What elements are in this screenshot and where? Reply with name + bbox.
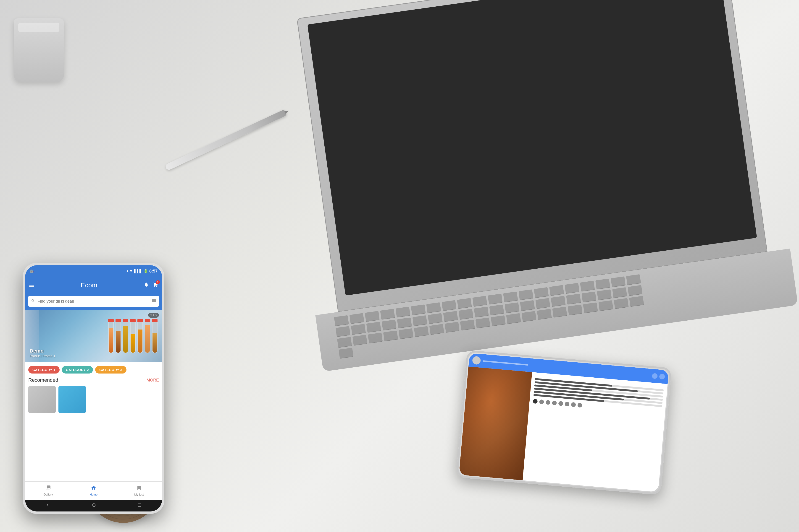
tube-liquid — [138, 329, 143, 353]
tube-liquid — [131, 334, 135, 353]
nav-mylist[interactable]: My List — [134, 485, 144, 496]
key — [397, 318, 412, 328]
key — [399, 328, 414, 339]
phone-screen: 🤖 ▲▼ ▌▌▌ 🔋 8:57 Ecom — [25, 265, 162, 512]
key — [520, 300, 535, 311]
key — [368, 333, 383, 344]
key — [337, 337, 352, 348]
test-tubes-visual — [108, 312, 158, 353]
key — [565, 283, 579, 294]
key — [491, 316, 506, 326]
dot-7 — [571, 402, 576, 407]
phone-main: 🤖 ▲▼ ▌▌▌ 🔋 8:57 Ecom — [23, 263, 164, 514]
tube-cap — [145, 319, 150, 322]
key — [551, 296, 566, 307]
search-bar-container — [25, 293, 162, 310]
key — [459, 309, 473, 320]
key — [426, 302, 441, 313]
tube-liquid — [116, 331, 121, 353]
key — [522, 311, 537, 322]
key — [611, 277, 625, 287]
secondary-header-bar — [483, 360, 528, 365]
camera-icon[interactable] — [151, 299, 156, 304]
key — [519, 289, 533, 300]
key — [445, 322, 459, 333]
secondary-avatar — [472, 356, 481, 365]
key — [460, 320, 475, 331]
category-pill-2[interactable]: CATEGORY 2 — [62, 366, 93, 374]
tube-6 — [145, 321, 150, 353]
banner-slider[interactable]: 2 / 3 Demo Product Promo 1 — [25, 310, 162, 362]
wifi-icon: ▲▼ — [126, 269, 133, 273]
more-link[interactable]: MORE — [147, 378, 159, 383]
banner-counter: 2 / 3 — [148, 312, 159, 318]
home-nav-button[interactable] — [92, 503, 96, 508]
status-left: 🤖 — [30, 269, 34, 273]
search-input-wrapper[interactable] — [28, 296, 159, 307]
back-button[interactable] — [46, 503, 50, 508]
secondary-image — [459, 367, 532, 480]
key — [598, 300, 613, 311]
hamburger-line — [29, 284, 34, 284]
tube-cap — [152, 319, 158, 322]
dot-3 — [546, 400, 551, 405]
key — [597, 289, 612, 300]
tube-cap — [130, 319, 135, 322]
svg-point-0 — [92, 504, 95, 507]
tube-cap — [115, 319, 121, 322]
banner-image: 2 / 3 Demo Product Promo 1 — [25, 310, 162, 362]
key — [549, 285, 564, 296]
signal-icon: ▌▌▌ — [134, 269, 142, 273]
header-icons: 1 — [144, 282, 158, 288]
gallery-icon — [46, 485, 51, 492]
key — [442, 300, 457, 311]
category-pill-3[interactable]: CATEGORY 3 — [95, 366, 126, 374]
key — [534, 287, 549, 298]
key — [443, 311, 458, 322]
nav-gallery[interactable]: Gallery — [43, 485, 53, 496]
banner-text: Demo Product Promo 1 — [30, 348, 55, 358]
key — [595, 279, 610, 290]
key — [457, 298, 472, 309]
key — [614, 298, 629, 309]
category-pill-1[interactable]: CATEGORY 1 — [28, 366, 59, 374]
key — [380, 309, 395, 320]
icon — [652, 373, 658, 379]
gallery-label: Gallery — [43, 493, 53, 496]
phone-secondary — [456, 350, 672, 495]
tube-1 — [108, 321, 114, 353]
nav-home[interactable]: Home — [90, 485, 98, 496]
product-card-1[interactable] — [28, 386, 56, 413]
category-section: CATEGORY 1 CATEGORY 2 CATEGORY 3 — [25, 362, 162, 377]
dot-8 — [577, 403, 582, 408]
key — [535, 298, 550, 309]
key — [383, 330, 398, 341]
desk-cup — [14, 18, 64, 82]
cart-badge: 1 — [156, 280, 160, 284]
cart-button[interactable]: 1 — [153, 282, 158, 288]
key — [411, 304, 426, 316]
product-card-2[interactable] — [58, 386, 86, 413]
recents-button[interactable] — [138, 503, 141, 508]
tube-3 — [123, 321, 128, 353]
key — [335, 326, 350, 337]
key — [581, 292, 596, 303]
key — [352, 335, 367, 346]
key — [505, 302, 520, 313]
key — [628, 285, 642, 296]
key — [537, 309, 552, 320]
phone-secondary-screen — [459, 353, 669, 492]
tube-liquid — [152, 333, 157, 353]
menu-button[interactable] — [29, 284, 34, 287]
key — [489, 304, 504, 316]
status-time: 8:57 — [149, 269, 158, 274]
key — [568, 305, 583, 316]
app-title: Ecom — [80, 282, 97, 289]
notifications-button[interactable] — [144, 282, 149, 288]
dot-2 — [539, 399, 544, 404]
search-input[interactable] — [37, 299, 149, 304]
search-icon — [31, 299, 35, 304]
key — [349, 313, 364, 324]
key — [506, 313, 521, 324]
mylist-label: My List — [134, 493, 144, 496]
